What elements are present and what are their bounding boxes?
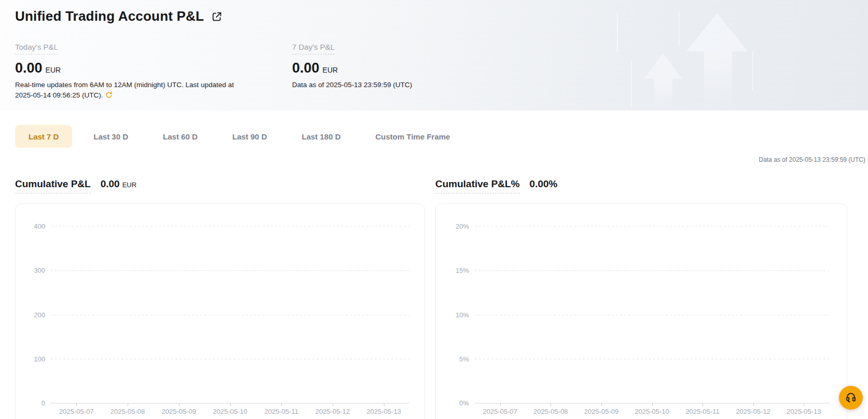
tab-custom[interactable]: Custom Time Frame (362, 125, 464, 148)
cumulative-pnl-unit: EUR (122, 181, 136, 189)
x-axis-date-label: 2025-05-08 (533, 408, 568, 415)
x-axis-tick (753, 403, 754, 406)
x-axis-date-label: 2025-05-10 (213, 408, 247, 415)
gridline (51, 315, 409, 315)
x-axis-tick (500, 403, 501, 406)
y-axis-tick-label: 10% (436, 311, 469, 318)
y-axis-tick-label: 5% (436, 355, 469, 362)
gridline (51, 226, 409, 227)
cumulative-pnl-percent-chart-card: 0%5%10%15%20%2025-05-072025-05-082025-05… (435, 203, 847, 419)
seven-day-pnl-value: 0.00 (292, 60, 320, 76)
cumulative-pnl-title[interactable]: Cumulative P&L (15, 178, 91, 193)
headset-icon (845, 391, 857, 405)
x-axis-tick (652, 403, 653, 406)
y-axis-tick-label: 0% (436, 399, 469, 407)
cumulative-pnl-percent-current-value: 0.00% (530, 178, 558, 190)
x-axis-date-label: 2025-05-10 (635, 408, 669, 415)
cumulative-pnl-section: Cumulative P&L 0.00 EUR 0100200300400202… (15, 178, 425, 419)
unified-trading-pnl-page: Unified Trading Account P&L Today's P&L … (0, 0, 868, 419)
page-title: Unified Trading Account P&L (15, 8, 204, 24)
cumulative-pnl-percent-title[interactable]: Cumulative P&L% (435, 178, 520, 193)
y-axis-tick-label: 0 (16, 399, 45, 407)
tab-last-30d[interactable]: Last 30 D (80, 125, 142, 148)
x-axis-date-label: 2025-05-09 (584, 408, 619, 415)
gridline (475, 315, 829, 315)
seven-day-pnl-label[interactable]: 7 Day's P&L (292, 43, 335, 54)
todays-pnl-value: 0.00 (15, 60, 43, 76)
cumulative-pnl-title-row: Cumulative P&L 0.00 EUR (15, 178, 425, 194)
x-axis-tick (550, 403, 551, 406)
cumulative-pnl-percent-title-row: Cumulative P&L% 0.00% (435, 178, 847, 194)
cumulative-pnl-chart-card: 01002003004002025-05-072025-05-082025-05… (15, 203, 425, 419)
time-range-tabs: Last 7 DLast 30 DLast 60 DLast 90 DLast … (15, 125, 463, 148)
refresh-icon[interactable] (105, 91, 113, 99)
gridline (475, 359, 829, 359)
tab-last-180d[interactable]: Last 180 D (288, 125, 354, 148)
x-axis-date-label: 2025-05-13 (787, 408, 821, 415)
todays-pnl-note-text: Real-time updates from 6AM to 12AM (midn… (15, 81, 234, 99)
y-axis-tick-label: 15% (436, 267, 469, 274)
data-as-of-note: Data as of 2025-05-13 23:59:59 (UTC) (759, 156, 865, 163)
y-axis-tick-label: 200 (16, 311, 45, 318)
x-axis-date-label: 2025-05-13 (366, 408, 401, 415)
x-axis-tick (384, 403, 384, 406)
x-axis-date-label: 2025-05-07 (483, 408, 518, 415)
seven-day-pnl-note: Data as of 2025-05-13 23:59:59 (UTC) (292, 80, 531, 90)
todays-pnl-note: Real-time updates from 6AM to 12AM (midn… (15, 80, 246, 101)
x-axis-date-label: 2025-05-11 (264, 408, 298, 415)
x-axis-tick (804, 403, 804, 406)
x-axis-date-label: 2025-05-12 (315, 408, 350, 415)
x-axis-tick (281, 403, 282, 406)
cumulative-pnl-percent-section: Cumulative P&L% 0.00% 0%5%10%15%20%2025-… (435, 178, 847, 419)
todays-pnl-block: Today's P&L 0.00 EUR Real-time updates f… (15, 43, 246, 101)
gridline (51, 270, 409, 271)
tab-last-90d[interactable]: Last 90 D (219, 125, 281, 148)
x-axis-tick (601, 403, 602, 406)
up-trend-arrows-graphic (571, 0, 868, 110)
y-axis-tick-label: 100 (16, 355, 45, 362)
x-axis-date-label: 2025-05-09 (162, 408, 197, 415)
seven-day-pnl-block: 7 Day's P&L 0.00 EUR Data as of 2025-05-… (292, 43, 531, 90)
y-axis-tick-label: 20% (436, 222, 469, 230)
x-axis-tick (128, 403, 128, 406)
page-title-row: Unified Trading Account P&L (15, 8, 223, 24)
x-axis-tick (76, 403, 77, 406)
x-axis-date-label: 2025-05-08 (111, 408, 145, 415)
seven-day-pnl-currency: EUR (323, 66, 338, 74)
x-axis-tick (230, 403, 231, 406)
x-axis-date-label: 2025-05-11 (685, 408, 720, 415)
x-axis-tick (333, 403, 333, 406)
x-axis-tick (702, 403, 703, 406)
cumulative-pnl-plot-area[interactable]: 01002003004002025-05-072025-05-082025-05… (16, 204, 424, 419)
support-button[interactable] (839, 386, 863, 410)
y-axis-tick-label: 400 (16, 222, 45, 230)
cumulative-pnl-current-value: 0.00 (101, 178, 120, 190)
external-link-icon[interactable] (211, 11, 223, 22)
tab-last-7d[interactable]: Last 7 D (15, 125, 72, 148)
cumulative-pnl-percent-plot-area[interactable]: 0%5%10%15%20%2025-05-072025-05-082025-05… (436, 204, 847, 419)
gridline (475, 270, 829, 271)
todays-pnl-label[interactable]: Today's P&L (15, 43, 58, 54)
x-axis-tick (179, 403, 180, 406)
x-axis-date-label: 2025-05-12 (736, 408, 770, 415)
tab-last-60d[interactable]: Last 60 D (149, 125, 211, 148)
x-axis-date-label: 2025-05-07 (59, 408, 94, 415)
gridline (51, 359, 409, 359)
y-axis-tick-label: 300 (16, 267, 45, 274)
todays-pnl-currency: EUR (46, 66, 61, 74)
gridline (475, 226, 829, 227)
